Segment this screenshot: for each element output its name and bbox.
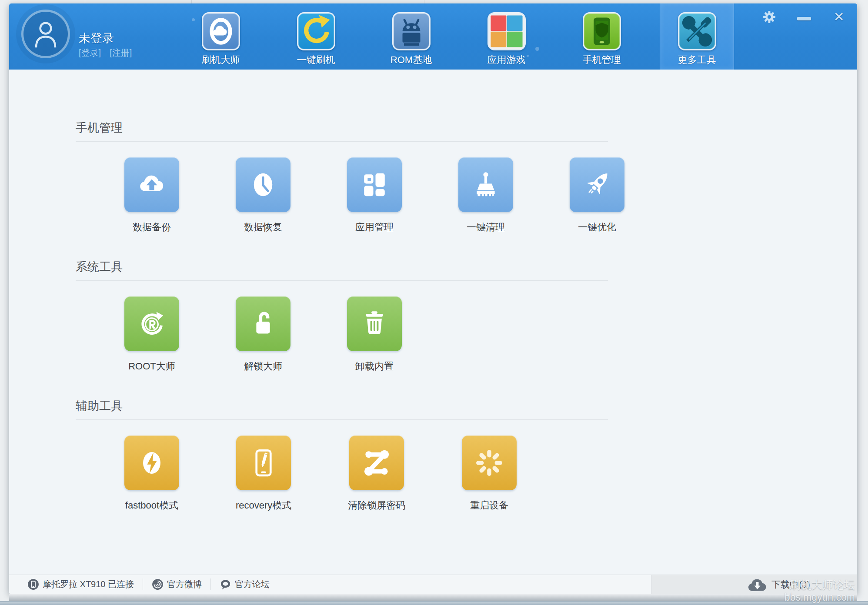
tiles-row: fastboot模式 recovery模式 清除锁屏密码 重启设备: [76, 435, 608, 512]
weibo-icon: [152, 578, 164, 590]
tab-flash-master[interactable]: 刷机大师: [173, 3, 268, 70]
section-title: 手机管理: [76, 121, 608, 135]
tab-phone-manage[interactable]: 手机管理: [554, 3, 649, 70]
header-bar: 未登录 [登录] [注册] 刷机大师 一键刷机 ROM基地 应用游戏: [9, 3, 857, 70]
section-divider: [76, 280, 608, 281]
gear-icon: [762, 10, 776, 24]
tile-label: 数据恢复: [244, 221, 282, 234]
tool-app-manage[interactable]: 应用管理: [347, 157, 402, 234]
tile-label: 一键优化: [578, 221, 616, 234]
section-title: 辅助工具: [76, 399, 608, 413]
app-window: 未登录 [登录] [注册] 刷机大师 一键刷机 ROM基地 应用游戏: [9, 3, 857, 594]
person-icon: [33, 20, 58, 48]
tab-label: 应用游戏: [487, 53, 526, 66]
tool-fastboot[interactable]: fastboot模式: [124, 435, 179, 512]
tab-label: 手机管理: [583, 53, 621, 66]
tool-recovery[interactable]: recovery模式: [236, 435, 291, 512]
tiles-row: 数据备份 数据恢复 应用管理 一键清理 一键优化: [76, 157, 608, 234]
one-key-optimize-icon: [580, 167, 614, 202]
tab-more-tools[interactable]: 更多工具: [649, 3, 744, 70]
tab-rom-base[interactable]: ROM基地: [364, 3, 459, 70]
tool-data-restore[interactable]: 数据恢复: [236, 157, 290, 234]
settings-button[interactable]: [761, 10, 777, 24]
tile-label: 应用管理: [355, 221, 394, 234]
download-status-button[interactable]: 下载中(0): [651, 575, 857, 594]
status-bar: 摩托罗拉 XT910 已连接 官方微博 官方论坛 下载中(0): [9, 575, 857, 594]
user-area: [17, 8, 74, 65]
reboot-icon: [472, 445, 507, 480]
tile-label: 卸载内置: [355, 360, 394, 373]
tool-reboot[interactable]: 重启设备: [462, 435, 517, 512]
device-status[interactable]: 摩托罗拉 XT910 已连接: [19, 578, 143, 590]
download-cloud-icon: [748, 577, 767, 592]
section-title: 系统工具: [76, 260, 608, 274]
weibo-label: 官方微博: [167, 578, 202, 590]
download-label: 下载中(0): [771, 578, 810, 591]
data-backup-icon: [134, 167, 169, 202]
minimize-icon: [797, 17, 811, 20]
tile-label: 解锁大师: [244, 360, 282, 373]
avatar[interactable]: [21, 10, 70, 58]
taskbar-strip: [0, 601, 868, 605]
close-button[interactable]: ✕: [831, 10, 847, 24]
close-icon: ✕: [833, 10, 844, 23]
tool-root-master[interactable]: ROOT大师: [124, 296, 179, 373]
tab-label: ROM基地: [391, 53, 432, 66]
tool-one-key-clean[interactable]: 一键清理: [458, 157, 513, 234]
section-1: 手机管理 数据备份 数据恢复 应用管理 一键清理 一键优化: [76, 121, 608, 234]
official-weibo-link[interactable]: 官方微博: [143, 578, 210, 590]
tab-label: 刷机大师: [202, 53, 240, 66]
section-3: 辅助工具 fastboot模式 recovery模式 清除锁屏密码 重启设备: [76, 399, 608, 512]
tool-data-backup[interactable]: 数据备份: [124, 157, 179, 234]
tool-uninstall-builtin[interactable]: 卸载内置: [347, 296, 402, 373]
tile-label: 一键清理: [467, 221, 505, 234]
unlock-master-icon: [246, 306, 280, 341]
one-key-clean-icon: [468, 167, 503, 202]
tile-label: fastboot模式: [125, 499, 178, 512]
tile-label: recovery模式: [236, 499, 291, 512]
phone-icon: [27, 578, 39, 590]
user-name: 未登录: [79, 30, 114, 46]
tab-label: 更多工具: [678, 53, 716, 66]
tile-label: ROOT大师: [128, 360, 175, 373]
tool-one-key-optimize[interactable]: 一键优化: [570, 157, 624, 234]
official-forum-link[interactable]: 官方论坛: [211, 578, 278, 590]
tile-label: 清除锁屏密码: [348, 499, 405, 512]
forum-bubble-icon: [220, 578, 231, 590]
tab-apps-games[interactable]: 应用游戏: [459, 3, 554, 70]
clear-lockscreen-icon: [359, 445, 394, 480]
tool-clear-lockscreen[interactable]: 清除锁屏密码: [348, 435, 405, 512]
recovery-icon: [246, 445, 281, 480]
register-link[interactable]: [注册]: [110, 47, 132, 59]
forum-label: 官方论坛: [235, 578, 270, 590]
tile-label: 重启设备: [470, 499, 508, 512]
tiles-row: ROOT大师 解锁大师 卸载内置: [76, 296, 608, 373]
root-master-icon: [134, 306, 169, 341]
fastboot-icon: [134, 445, 169, 480]
window-controls: ✕: [761, 10, 847, 24]
uninstall-builtin-icon: [357, 306, 392, 341]
app-manage-icon: [357, 167, 392, 202]
nav-tabs: 刷机大师 一键刷机 ROM基地 应用游戏 手机管理 更多工具: [173, 3, 744, 70]
device-status-label: 摩托罗拉 XT910 已连接: [43, 578, 134, 590]
tab-one-key-flash[interactable]: 一键刷机: [268, 3, 364, 70]
tab-label: 一键刷机: [297, 53, 335, 66]
window-shadow: [9, 594, 857, 602]
tool-unlock-master[interactable]: 解锁大师: [236, 296, 290, 373]
tool-sections: 手机管理 数据备份 数据恢复 应用管理 一键清理 一键优化 系统工具: [76, 70, 608, 512]
main-content: 手机管理 数据备份 数据恢复 应用管理 一键清理 一键优化 系统工具: [9, 70, 857, 575]
data-restore-icon: [246, 167, 280, 202]
minimize-button[interactable]: [796, 10, 812, 24]
section-divider: [76, 419, 608, 420]
status-left: 摩托罗拉 XT910 已连接 官方微博 官方论坛: [9, 575, 278, 594]
tile-label: 数据备份: [133, 221, 171, 234]
section-2: 系统工具 ROOT大师 解锁大师 卸载内置: [76, 260, 608, 373]
login-link[interactable]: [登录]: [79, 47, 101, 59]
section-divider: [76, 141, 608, 142]
